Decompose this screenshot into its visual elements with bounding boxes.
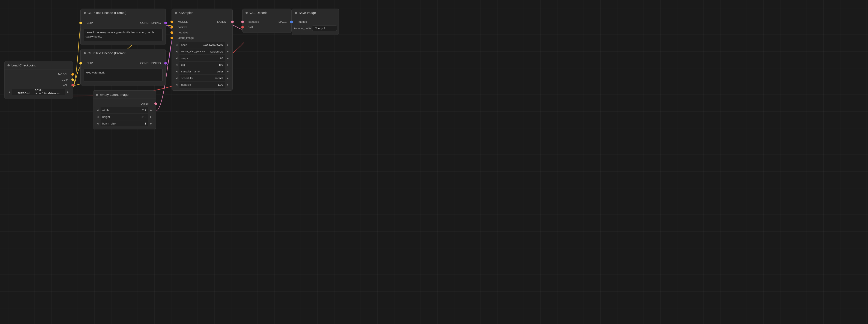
vae-decode-header: VAE Decode xyxy=(243,9,291,17)
conditioning-output-row-neg: CONDITIONING xyxy=(137,60,165,66)
clip-input-row: CLIP xyxy=(81,20,96,26)
latent-output-port[interactable] xyxy=(154,102,157,105)
conditioning-output-port[interactable] xyxy=(164,22,167,24)
latent-output-ksampler-port[interactable] xyxy=(231,21,234,23)
clip-input-port-neg[interactable] xyxy=(79,62,82,65)
model-input-row: MODEL xyxy=(172,19,191,25)
checkpoint-prev-button[interactable]: ◀ xyxy=(6,89,12,95)
empty-latent-node: Empty Latent Image LATENT ◀ width 512 ▶ … xyxy=(93,90,156,129)
clip-input-port[interactable] xyxy=(79,22,82,24)
height-next-button[interactable]: ▶ xyxy=(148,114,154,120)
model-output-label: MODEL xyxy=(58,73,68,76)
scheduler-next-button[interactable]: ▶ xyxy=(225,75,231,81)
vae-output-port[interactable] xyxy=(71,84,74,86)
vae-decode-body: samples IMAGE VAE xyxy=(243,17,291,33)
denoise-prev-button[interactable]: ◀ xyxy=(174,82,180,88)
control-prev-button[interactable]: ◀ xyxy=(174,48,180,55)
height-label: height xyxy=(100,115,140,119)
positive-input-label: positive xyxy=(175,26,187,29)
ksampler-title: KSampler xyxy=(179,11,193,14)
node-status-dot xyxy=(295,12,297,14)
conditioning-output-row: CONDITIONING xyxy=(137,20,165,26)
negative-input-port[interactable] xyxy=(170,31,173,34)
sampler-value: euler xyxy=(215,70,225,73)
steps-value: 20 xyxy=(218,57,225,60)
scheduler-value: normal xyxy=(213,76,225,80)
steps-next-button[interactable]: ▶ xyxy=(225,55,231,61)
clip-input-label: CLIP xyxy=(84,21,93,25)
height-value: 512 xyxy=(140,115,148,119)
filename-prefix-label: filename_prefix xyxy=(293,27,311,30)
empty-latent-title: Empty Latent Image xyxy=(100,93,128,96)
image-output-label: IMAGE xyxy=(278,20,287,23)
denoise-label: denoise xyxy=(180,83,216,86)
images-input-port[interactable] xyxy=(290,21,293,23)
save-image-header: Save Image xyxy=(292,9,339,17)
ksampler-node: KSampler MODEL LATENT positive negative … xyxy=(172,8,232,91)
model-output-port[interactable] xyxy=(71,73,74,76)
cfg-label: cfg xyxy=(180,63,217,66)
positive-input-port[interactable] xyxy=(170,26,173,29)
checkpoint-param-row: ◀ SDXL-TURBO/sd_xl_turbo_1.0.safetensors… xyxy=(6,89,71,95)
seed-prev-button[interactable]: ◀ xyxy=(174,42,180,48)
filename-prefix-input[interactable]: ComfyUI xyxy=(312,26,337,31)
sampler-prev-button[interactable]: ◀ xyxy=(174,68,180,74)
latent-image-input-port[interactable] xyxy=(170,37,173,39)
clip-encode-negative-title: CLIP Text Encode (Prompt) xyxy=(88,51,126,55)
control-next-button[interactable]: ▶ xyxy=(225,48,231,55)
conditioning-output-label-neg: CONDITIONING xyxy=(140,62,161,65)
width-label: width xyxy=(100,109,140,112)
sampler-label: sampler_name xyxy=(180,70,215,73)
empty-latent-header: Empty Latent Image xyxy=(93,91,156,99)
checkpoint-value: SDXL-TURBO/sd_xl_turbo_1.0.safetensors xyxy=(12,89,65,95)
images-input-row: images xyxy=(292,19,339,24)
node-status-dot xyxy=(84,12,86,14)
denoise-next-button[interactable]: ▶ xyxy=(225,82,231,88)
seed-param-row: ◀ seed 156680208700286 ▶ xyxy=(174,42,231,48)
denoise-param-row: ◀ denoise 1.00 ▶ xyxy=(174,82,231,88)
model-input-label: MODEL xyxy=(175,20,188,23)
checkpoint-next-button[interactable]: ▶ xyxy=(65,89,71,95)
node-status-dot xyxy=(84,52,86,54)
width-prev-button[interactable]: ◀ xyxy=(95,107,100,113)
batch-prev-button[interactable]: ◀ xyxy=(95,121,100,126)
seed-next-button[interactable]: ▶ xyxy=(225,42,231,48)
conditioning-output-port-neg[interactable] xyxy=(164,62,167,65)
clip-encode-positive-node: CLIP Text Encode (Prompt) CLIP CONDITION… xyxy=(81,8,166,45)
clip-encode-negative-node: CLIP Text Encode (Prompt) CLIP CONDITION… xyxy=(81,49,166,86)
latent-output-ksampler-label: LATENT xyxy=(217,20,228,23)
clip-output-label: CLIP xyxy=(62,78,68,81)
cfg-next-button[interactable]: ▶ xyxy=(225,62,231,68)
model-input-port[interactable] xyxy=(170,21,173,23)
vae-input-port[interactable] xyxy=(241,26,244,29)
cfg-value: 8.0 xyxy=(217,63,225,66)
positive-prompt-text[interactable]: beautiful scenery nature glass bottle la… xyxy=(84,28,162,41)
negative-prompt-text[interactable]: text, watermark xyxy=(84,69,162,82)
latent-output-ksampler-row: LATENT xyxy=(214,19,232,25)
model-output-row: MODEL xyxy=(4,72,73,77)
scheduler-prev-button[interactable]: ◀ xyxy=(174,75,180,81)
control-after-param-row: ◀ control_after_generate randomize ▶ xyxy=(174,48,231,55)
width-next-button[interactable]: ▶ xyxy=(148,107,154,113)
width-value: 512 xyxy=(140,109,148,112)
steps-prev-button[interactable]: ◀ xyxy=(174,55,180,61)
positive-input-row: positive xyxy=(172,25,232,30)
vae-output-label: VAE xyxy=(63,83,68,87)
cfg-prev-button[interactable]: ◀ xyxy=(174,62,180,68)
height-prev-button[interactable]: ◀ xyxy=(95,114,100,120)
clip-input-row-neg: CLIP xyxy=(81,60,96,66)
seed-value: 156680208700286 xyxy=(202,43,225,46)
node-status-dot xyxy=(175,12,177,14)
clip-output-port[interactable] xyxy=(71,78,74,81)
negative-input-row: negative xyxy=(172,30,232,35)
sampler-next-button[interactable]: ▶ xyxy=(225,68,231,74)
batch-size-label: batch_size xyxy=(100,122,143,125)
sampler-param-row: ◀ sampler_name euler ▶ xyxy=(174,68,231,74)
samples-input-port[interactable] xyxy=(241,21,244,23)
scheduler-label: scheduler xyxy=(180,76,213,80)
clip-encode-negative-body: CLIP CONDITIONING text, watermark xyxy=(81,57,165,85)
load-checkpoint-title: Load Checkpoint xyxy=(11,63,36,67)
latent-output-label: LATENT xyxy=(141,102,151,105)
vae-input-label: VAE xyxy=(246,26,254,29)
batch-next-button[interactable]: ▶ xyxy=(148,121,154,126)
